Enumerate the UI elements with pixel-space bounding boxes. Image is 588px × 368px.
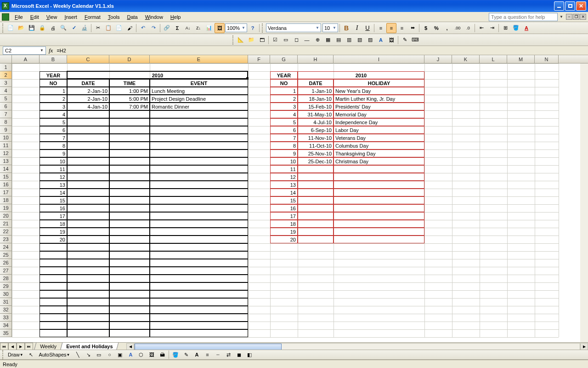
cell[interactable]: 6 <box>40 126 67 134</box>
cell[interactable] <box>334 204 424 212</box>
column-header[interactable]: E <box>150 55 248 63</box>
cell[interactable] <box>150 282 248 290</box>
cell[interactable]: 13 <box>270 181 298 189</box>
toolbar-grip-icon[interactable] <box>2 23 4 33</box>
cell[interactable] <box>67 196 109 204</box>
cell[interactable] <box>67 298 109 306</box>
line-button[interactable]: ╲ <box>73 350 83 360</box>
cell[interactable] <box>40 251 67 259</box>
tb2-check-button[interactable]: ☑ <box>270 35 280 45</box>
cell[interactable] <box>150 298 248 306</box>
cell[interactable] <box>298 165 334 173</box>
row-header[interactable]: 22 <box>0 228 12 236</box>
open-button[interactable]: 📂 <box>16 23 26 33</box>
cell[interactable]: 1 <box>270 87 298 95</box>
rectangle-button[interactable]: ▭ <box>94 350 104 360</box>
cell[interactable] <box>109 243 150 251</box>
row-header[interactable]: 15 <box>0 173 12 181</box>
print-button[interactable]: 🖨 <box>48 23 58 33</box>
cell[interactable]: Memorial Day <box>334 110 424 118</box>
cell[interactable]: YEAR <box>270 71 298 79</box>
cell[interactable] <box>67 259 109 267</box>
cell[interactable]: 10 <box>270 157 298 165</box>
toolbar-grip-icon[interactable] <box>262 23 264 33</box>
menu-help[interactable]: Help <box>167 13 185 21</box>
cell[interactable]: 2 <box>270 95 298 103</box>
cell[interactable]: 7 <box>270 134 298 142</box>
menu-edit[interactable]: Edit <box>27 13 43 21</box>
cell[interactable] <box>109 165 150 173</box>
cell[interactable] <box>109 298 150 306</box>
cell[interactable]: Lunch Meeting <box>150 87 248 95</box>
row-header[interactable]: 27 <box>0 267 12 275</box>
cell[interactable] <box>109 196 150 204</box>
arrow-button[interactable]: ↘ <box>83 350 93 360</box>
cell[interactable] <box>67 306 109 314</box>
cell[interactable] <box>67 220 109 228</box>
permission-button[interactable]: 🔒 <box>37 23 47 33</box>
cell[interactable] <box>109 259 150 267</box>
redo-button[interactable]: ↷ <box>148 23 158 33</box>
cell[interactable] <box>109 236 150 243</box>
cell[interactable]: 12 <box>40 173 67 181</box>
cell[interactable] <box>334 236 424 243</box>
cell[interactable] <box>150 251 248 259</box>
row-header[interactable]: 35 <box>0 329 12 337</box>
column-header[interactable]: H <box>298 55 334 63</box>
clipart-button[interactable]: 🖼 <box>147 350 157 360</box>
tb2-button5[interactable]: ⊕ <box>312 35 322 45</box>
cell[interactable] <box>109 275 150 282</box>
picture-button[interactable]: 🏔 <box>157 350 167 360</box>
increase-indent-button[interactable]: ⇥ <box>487 23 497 33</box>
menu-view[interactable]: View <box>43 13 61 21</box>
cell[interactable] <box>109 329 150 337</box>
column-header[interactable]: I <box>334 55 424 63</box>
cell[interactable]: 17 <box>270 212 298 220</box>
cell[interactable] <box>109 204 150 212</box>
cell[interactable] <box>40 243 67 251</box>
cell[interactable] <box>67 212 109 220</box>
chart-wizard-button[interactable]: 📊 <box>204 23 214 33</box>
cell[interactable]: 31-May-10 <box>298 110 334 118</box>
cell[interactable] <box>67 157 109 165</box>
row-header[interactable]: 16 <box>0 181 12 189</box>
cell[interactable] <box>298 236 334 243</box>
row-header[interactable]: 32 <box>0 306 12 314</box>
cell[interactable] <box>40 282 67 290</box>
print-preview-button[interactable]: 🔍 <box>58 23 68 33</box>
menu-insert[interactable]: Insert <box>61 13 81 21</box>
cell[interactable] <box>298 220 334 228</box>
cell[interactable] <box>109 228 150 236</box>
row-header[interactable]: 12 <box>0 150 12 157</box>
cell[interactable] <box>109 110 150 118</box>
tb2-text-button[interactable]: A <box>376 35 386 45</box>
cell[interactable] <box>40 298 67 306</box>
row-header[interactable]: 34 <box>0 322 12 329</box>
underline-button[interactable]: U <box>362 23 373 33</box>
tb2-props-button[interactable]: ✎ <box>400 35 410 45</box>
paste-button[interactable]: 📄 <box>114 23 124 33</box>
cell[interactable] <box>298 204 334 212</box>
menu-format[interactable]: Format <box>81 13 104 21</box>
cell[interactable]: 8 <box>40 142 67 150</box>
column-header[interactable]: M <box>507 55 535 63</box>
cell[interactable] <box>40 290 67 298</box>
name-box[interactable]: C2▼ <box>3 46 46 55</box>
cell[interactable] <box>67 150 109 157</box>
cell[interactable]: 4-Jul-10 <box>298 118 334 126</box>
3d-button[interactable]: ◧ <box>244 350 254 360</box>
cell[interactable]: YEAR <box>40 71 67 79</box>
cell[interactable] <box>109 181 150 189</box>
cell[interactable] <box>67 267 109 275</box>
cell[interactable] <box>67 329 109 337</box>
arrow-style-button[interactable]: ⇄ <box>223 350 233 360</box>
cell[interactable] <box>67 118 109 126</box>
fill-color-button[interactable]: 🪣 <box>511 23 521 33</box>
font-size-combo[interactable]: 10▼ <box>322 23 338 32</box>
drawing-button[interactable]: 🖼 <box>215 23 225 33</box>
cell[interactable] <box>109 314 150 322</box>
cell[interactable] <box>150 314 248 322</box>
oval-button[interactable]: ○ <box>104 350 114 360</box>
row-header[interactable]: 25 <box>0 251 12 259</box>
cell[interactable] <box>67 181 109 189</box>
